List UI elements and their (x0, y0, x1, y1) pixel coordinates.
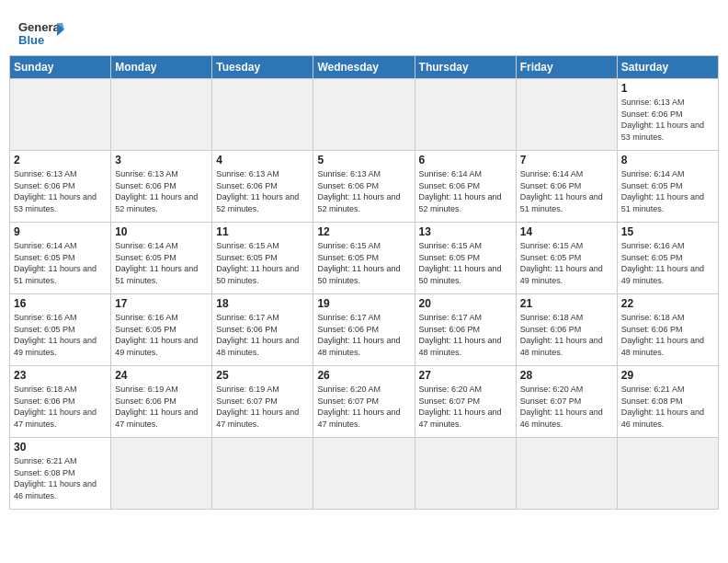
day-number: 3 (115, 154, 208, 167)
day-info: Sunrise: 6:20 AM Sunset: 6:07 PM Dayligh… (317, 384, 410, 430)
calendar-cell: 14 Sunrise: 6:15 AM Sunset: 6:05 PM Dayl… (516, 223, 617, 294)
calendar-cell (415, 438, 516, 510)
day-info: Sunrise: 6:19 AM Sunset: 6:07 PM Dayligh… (216, 384, 309, 430)
day-number: 6 (419, 154, 512, 167)
calendar-cell: 18 Sunrise: 6:17 AM Sunset: 6:06 PM Dayl… (212, 294, 313, 366)
calendar-cell: 5 Sunrise: 6:13 AM Sunset: 6:06 PM Dayli… (313, 151, 415, 223)
day-number: 1 (621, 82, 714, 95)
svg-text:Blue: Blue (18, 33, 44, 46)
day-info: Sunrise: 6:20 AM Sunset: 6:07 PM Dayligh… (419, 384, 512, 430)
calendar-cell: 23 Sunrise: 6:18 AM Sunset: 6:06 PM Dayl… (10, 366, 111, 438)
calendar-table: SundayMondayTuesdayWednesdayThursdayFrid… (9, 55, 719, 510)
day-number: 27 (419, 369, 512, 382)
calendar-cell: 24 Sunrise: 6:19 AM Sunset: 6:06 PM Dayl… (111, 366, 212, 438)
day-number: 22 (621, 297, 714, 310)
day-info: Sunrise: 6:16 AM Sunset: 6:05 PM Dayligh… (115, 312, 208, 358)
calendar-cell: 17 Sunrise: 6:16 AM Sunset: 6:05 PM Dayl… (111, 294, 212, 366)
calendar-cell: 28 Sunrise: 6:20 AM Sunset: 6:07 PM Dayl… (516, 366, 617, 438)
calendar-cell: 16 Sunrise: 6:16 AM Sunset: 6:05 PM Dayl… (10, 294, 111, 366)
day-info: Sunrise: 6:14 AM Sunset: 6:05 PM Dayligh… (14, 240, 107, 286)
day-info: Sunrise: 6:13 AM Sunset: 6:06 PM Dayligh… (115, 168, 208, 214)
calendar-cell: 4 Sunrise: 6:13 AM Sunset: 6:06 PM Dayli… (212, 151, 313, 223)
day-number: 28 (520, 369, 613, 382)
day-number: 16 (14, 297, 107, 310)
day-info: Sunrise: 6:14 AM Sunset: 6:05 PM Dayligh… (621, 168, 714, 214)
svg-text:General: General (18, 20, 63, 34)
day-number: 18 (216, 297, 309, 310)
calendar-cell (111, 438, 212, 510)
day-number: 23 (14, 369, 107, 382)
weekday-header-thursday: Thursday (415, 56, 516, 79)
calendar-cell: 8 Sunrise: 6:14 AM Sunset: 6:05 PM Dayli… (617, 151, 718, 223)
day-number: 30 (14, 441, 107, 454)
day-info: Sunrise: 6:16 AM Sunset: 6:05 PM Dayligh… (621, 240, 714, 286)
calendar-cell: 20 Sunrise: 6:17 AM Sunset: 6:06 PM Dayl… (415, 294, 516, 366)
day-info: Sunrise: 6:17 AM Sunset: 6:06 PM Dayligh… (216, 312, 309, 358)
day-info: Sunrise: 6:15 AM Sunset: 6:05 PM Dayligh… (419, 240, 512, 286)
day-info: Sunrise: 6:15 AM Sunset: 6:05 PM Dayligh… (317, 240, 410, 286)
weekday-header-wednesday: Wednesday (313, 56, 415, 79)
day-number: 11 (216, 225, 309, 238)
calendar-cell: 2 Sunrise: 6:13 AM Sunset: 6:06 PM Dayli… (10, 151, 111, 223)
weekday-header-tuesday: Tuesday (212, 56, 313, 79)
weekday-header-friday: Friday (516, 56, 617, 79)
calendar-cell: 15 Sunrise: 6:16 AM Sunset: 6:05 PM Dayl… (617, 223, 718, 294)
day-number: 8 (621, 154, 714, 167)
day-number: 24 (115, 369, 208, 382)
day-info: Sunrise: 6:15 AM Sunset: 6:05 PM Dayligh… (520, 240, 613, 286)
calendar-cell: 13 Sunrise: 6:15 AM Sunset: 6:05 PM Dayl… (415, 223, 516, 294)
day-number: 19 (317, 297, 410, 310)
day-info: Sunrise: 6:17 AM Sunset: 6:06 PM Dayligh… (317, 312, 410, 358)
calendar-cell (415, 79, 516, 151)
day-number: 17 (115, 297, 208, 310)
calendar-cell (516, 79, 617, 151)
calendar-cell (516, 438, 617, 510)
calendar-cell: 1 Sunrise: 6:13 AM Sunset: 6:06 PM Dayli… (617, 79, 718, 151)
calendar-cell: 9 Sunrise: 6:14 AM Sunset: 6:05 PM Dayli… (10, 223, 111, 294)
calendar-cell (617, 438, 718, 510)
calendar-cell: 3 Sunrise: 6:13 AM Sunset: 6:06 PM Dayli… (111, 151, 212, 223)
page-header: General Blue (9, 9, 719, 51)
day-number: 20 (419, 297, 512, 310)
calendar-cell: 7 Sunrise: 6:14 AM Sunset: 6:06 PM Dayli… (516, 151, 617, 223)
calendar-cell: 29 Sunrise: 6:21 AM Sunset: 6:08 PM Dayl… (617, 366, 718, 438)
calendar-cell: 6 Sunrise: 6:14 AM Sunset: 6:06 PM Dayli… (415, 151, 516, 223)
calendar-cell: 10 Sunrise: 6:14 AM Sunset: 6:05 PM Dayl… (111, 223, 212, 294)
calendar-cell: 25 Sunrise: 6:19 AM Sunset: 6:07 PM Dayl… (212, 366, 313, 438)
day-number: 26 (317, 369, 410, 382)
day-info: Sunrise: 6:14 AM Sunset: 6:05 PM Dayligh… (115, 240, 208, 286)
day-info: Sunrise: 6:21 AM Sunset: 6:08 PM Dayligh… (621, 384, 714, 430)
calendar-cell: 19 Sunrise: 6:17 AM Sunset: 6:06 PM Dayl… (313, 294, 415, 366)
weekday-header-saturday: Saturday (617, 56, 718, 79)
day-info: Sunrise: 6:16 AM Sunset: 6:05 PM Dayligh… (14, 312, 107, 358)
day-number: 4 (216, 154, 309, 167)
day-info: Sunrise: 6:21 AM Sunset: 6:08 PM Dayligh… (14, 455, 107, 501)
day-info: Sunrise: 6:17 AM Sunset: 6:06 PM Dayligh… (419, 312, 512, 358)
logo-icon: General Blue (18, 18, 64, 46)
day-number: 25 (216, 369, 309, 382)
day-info: Sunrise: 6:19 AM Sunset: 6:06 PM Dayligh… (115, 384, 208, 430)
calendar-cell (313, 79, 415, 151)
day-number: 12 (317, 225, 410, 238)
calendar-cell (111, 79, 212, 151)
day-number: 7 (520, 154, 613, 167)
day-number: 14 (520, 225, 613, 238)
day-info: Sunrise: 6:14 AM Sunset: 6:06 PM Dayligh… (419, 168, 512, 214)
day-info: Sunrise: 6:13 AM Sunset: 6:06 PM Dayligh… (216, 168, 309, 214)
day-number: 5 (317, 154, 410, 167)
day-info: Sunrise: 6:18 AM Sunset: 6:06 PM Dayligh… (621, 312, 714, 358)
calendar-cell: 27 Sunrise: 6:20 AM Sunset: 6:07 PM Dayl… (415, 366, 516, 438)
day-info: Sunrise: 6:13 AM Sunset: 6:06 PM Dayligh… (317, 168, 410, 214)
day-number: 13 (419, 225, 512, 238)
day-number: 21 (520, 297, 613, 310)
day-info: Sunrise: 6:15 AM Sunset: 6:05 PM Dayligh… (216, 240, 309, 286)
calendar-cell (313, 438, 415, 510)
day-number: 15 (621, 225, 714, 238)
calendar-cell: 12 Sunrise: 6:15 AM Sunset: 6:05 PM Dayl… (313, 223, 415, 294)
day-info: Sunrise: 6:18 AM Sunset: 6:06 PM Dayligh… (14, 384, 107, 430)
day-number: 2 (14, 154, 107, 167)
calendar-cell: 30 Sunrise: 6:21 AM Sunset: 6:08 PM Dayl… (10, 438, 111, 510)
calendar-cell: 26 Sunrise: 6:20 AM Sunset: 6:07 PM Dayl… (313, 366, 415, 438)
logo: General Blue (18, 18, 64, 46)
day-number: 9 (14, 225, 107, 238)
